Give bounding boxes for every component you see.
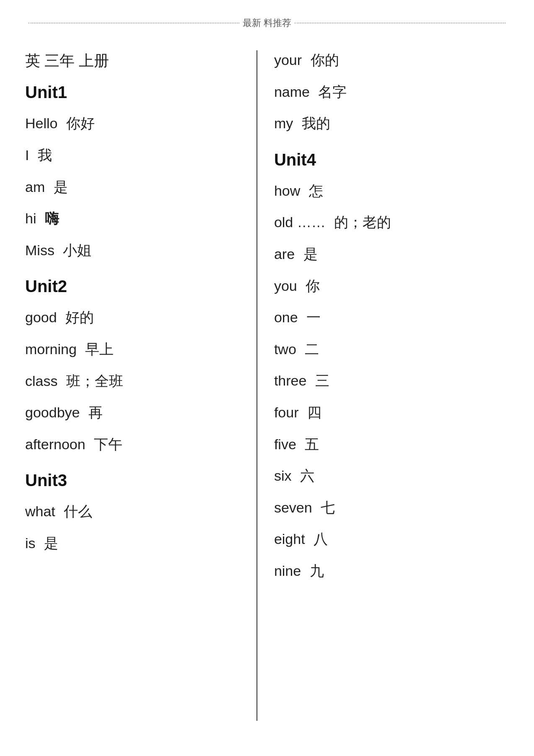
page-container: 最新 料推荐 英 三年 上册 Unit1 Hello 你好 I 我 am 是 h… [0,0,534,756]
unit-title-3: Unit3 [25,471,248,490]
left-column: 英 三年 上册 Unit1 Hello 你好 I 我 am 是 hi 嗨 Mis… [25,50,257,721]
entry-chinese: 早上 [85,342,114,357]
entry-english: name [274,84,310,100]
entry-chinese: 下午 [94,437,122,452]
entry-chinese: 你的 [311,52,339,68]
list-item: hi 嗨 [25,209,248,229]
list-item: two 二 [274,339,509,360]
list-item: goodbye 再 [25,403,248,423]
list-item: old …… 的；老的 [274,212,509,233]
entry-english: eight [274,531,305,547]
entry-english: two [274,341,296,357]
entry-chinese: 你 [306,278,320,294]
list-item: your 你的 [274,50,509,70]
list-item: are 是 [274,244,509,264]
list-item: seven 七 [274,498,509,518]
entry-chinese: 四 [307,405,321,420]
entry-chinese: 五 [305,437,319,452]
list-item: what 什么 [25,502,248,522]
entry-english: five [274,436,296,452]
entry-chinese: 是 [303,246,318,262]
list-item: three 三 [274,371,509,391]
entry-english: hi [25,210,36,226]
entry-chinese: 我的 [302,116,330,131]
entry-chinese: 什么 [64,504,92,519]
list-item: I 我 [25,145,248,166]
entry-english: Miss [25,242,54,258]
entry-chinese: 是 [44,536,58,551]
unit-title-2: Unit2 [25,277,248,296]
entry-chinese: 班；全班 [66,373,123,389]
list-item: Miss 小姐 [25,241,248,261]
entry-chinese: 六 [300,468,314,484]
list-item: four 四 [274,403,509,423]
list-item: name 名字 [274,82,509,102]
entry-english: 英 三年 上册 [25,52,109,69]
entry-english: how [274,183,300,199]
entry-chinese: 的；老的 [334,215,391,230]
list-item: Hello 你好 [25,114,248,134]
entry-chinese: 是 [54,179,68,195]
entry-english: Hello [25,115,57,131]
entry-english: is [25,535,36,551]
entry-english: one [274,309,298,325]
header-banner: 最新 料推荐 [25,17,509,29]
entry-chinese: 怎 [309,183,323,199]
entry-chinese: 二 [305,342,319,357]
entry-chinese: 名字 [318,84,347,100]
list-item: nine 九 [274,561,509,581]
entry-english: four [274,404,299,420]
entry-chinese: 你好 [66,116,95,131]
entry-english: goodbye [25,404,80,420]
entry-english: seven [274,500,312,515]
entry-english: are [274,246,295,262]
list-item: am 是 [25,177,248,197]
right-column: your 你的 name 名字 my 我的 Unit4 how 怎 old ……… [257,50,509,721]
entry-english: I [25,147,29,163]
entry-chinese: 嗨 [45,211,59,226]
unit-title-1: Unit1 [25,83,248,102]
entry-english: your [274,52,302,68]
list-item: 英 三年 上册 [25,50,248,71]
list-item: morning 早上 [25,339,248,360]
list-item: my 我的 [274,114,509,134]
list-item: good 好的 [25,308,248,328]
entry-english: six [274,468,292,484]
entry-chinese: 小姐 [63,243,91,258]
header-text: 最新 料推荐 [243,17,291,29]
entry-chinese: 九 [310,563,324,579]
entry-english: three [274,373,307,388]
entry-english: you [274,278,297,294]
entry-english: nine [274,563,301,579]
entry-chinese: 一 [306,310,321,325]
entry-chinese: 三 [315,373,329,388]
entry-english: good [25,309,57,325]
content-area: 英 三年 上册 Unit1 Hello 你好 I 我 am 是 hi 嗨 Mis… [25,50,509,721]
right-dot-line [295,23,505,23]
entry-english: old …… [274,214,326,230]
list-item: class 班；全班 [25,371,248,391]
entry-chinese: 再 [88,405,103,420]
list-item: six 六 [274,466,509,486]
list-item: how 怎 [274,181,509,201]
entry-chinese: 八 [314,531,328,547]
entry-chinese: 七 [321,500,335,515]
entry-chinese: 我 [38,148,52,163]
list-item: five 五 [274,435,509,455]
left-dot-line [29,23,239,23]
entry-english: what [25,503,55,519]
entry-chinese: 好的 [65,310,94,325]
list-item: you 你 [274,276,509,296]
entry-english: my [274,115,293,131]
list-item: afternoon 下午 [25,435,248,455]
entry-english: afternoon [25,436,86,452]
unit-title-4: Unit4 [274,150,509,169]
entry-english: am [25,179,45,195]
list-item: one 一 [274,308,509,328]
list-item: eight 八 [274,529,509,549]
entry-english: morning [25,341,77,357]
entry-english: class [25,373,57,389]
list-item: is 是 [25,533,248,554]
